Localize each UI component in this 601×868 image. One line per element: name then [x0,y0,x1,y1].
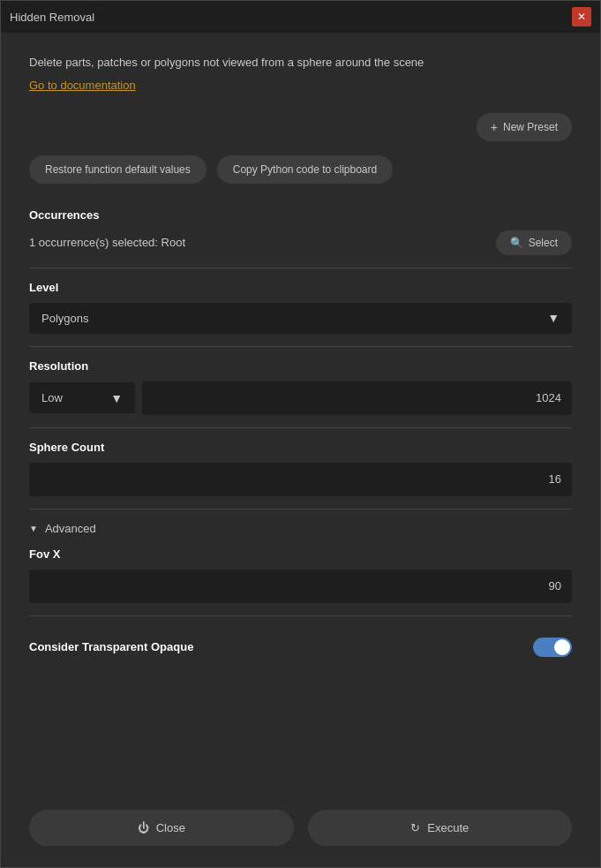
restore-defaults-button[interactable]: Restore function default values [29,155,207,184]
execute-button[interactable]: ↻ Execute [308,810,573,846]
resolution-section: Resolution Low Medium High Custom ▼ 1024 [29,359,572,415]
main-content: Delete parts, patches or polygons not vi… [1,33,600,796]
toggle-knob [554,639,570,655]
refresh-icon: ↻ [410,821,420,834]
power-icon: ⏻ [138,821,149,834]
level-section: Level Polygons Parts Patches ▼ [29,281,572,334]
resolution-value-display: 1024 [142,381,572,415]
divider-fov [29,615,572,616]
resolution-row: Low Medium High Custom ▼ 1024 [29,381,572,415]
execute-label: Execute [427,821,469,834]
description-text: Delete parts, patches or polygons not vi… [29,54,572,72]
sphere-count-slider[interactable]: 16 [29,463,572,496]
fov-x-value: 90 [549,579,561,593]
search-icon: 🔍 [510,237,523,249]
resolution-label: Resolution [29,359,572,373]
advanced-chevron-icon: ▼ [29,524,38,533]
footer: ⏻ Close ↻ Execute [1,796,600,867]
select-button[interactable]: 🔍 Select [496,230,572,255]
sphere-count-section: Sphere Count 16 [29,441,572,496]
close-icon: ✕ [577,11,586,23]
resolution-quality-wrapper: Low Medium High Custom ▼ [29,382,135,413]
window-title: Hidden Removal [10,11,94,24]
divider-level [29,346,572,347]
divider-sphere-count [29,509,572,509]
documentation-link[interactable]: Go to documentation [29,79,136,92]
fov-x-label: Fov X [29,547,572,561]
close-button[interactable]: ⏻ Close [29,810,294,846]
transparent-opaque-toggle[interactable] [533,638,572,657]
occurrences-value: 1 occurrence(s) selected: Root [29,236,185,249]
divider-occurrences [29,268,572,268]
transparent-opaque-row: Consider Transparent Opaque [29,629,572,666]
close-label: Close [156,821,185,834]
occurrences-label: Occurrences [29,208,572,222]
resolution-value: 1024 [536,391,561,404]
title-bar: Hidden Removal ✕ [1,1,600,33]
plus-icon: + [491,120,498,134]
select-label: Select [529,237,558,249]
sphere-count-value: 16 [549,472,561,486]
new-preset-button[interactable]: + New Preset [477,113,572,141]
fov-x-section: Fov X 90 [29,547,572,603]
level-dropdown-wrapper: Polygons Parts Patches ▼ [29,303,572,334]
sphere-count-label: Sphere Count [29,441,572,454]
fov-x-slider[interactable]: 90 [29,570,572,603]
advanced-toggle[interactable]: ▼ Advanced [29,522,572,535]
transparent-opaque-label: Consider Transparent Opaque [29,640,193,653]
window-close-button[interactable]: ✕ [572,7,591,26]
preset-row: + New Preset [29,113,572,141]
new-preset-label: New Preset [503,121,558,133]
level-label: Level [29,281,572,294]
main-window: Hidden Removal ✕ Delete parts, patches o… [0,0,601,868]
copy-python-button[interactable]: Copy Python code to clipboard [217,155,393,184]
level-dropdown[interactable]: Polygons Parts Patches [29,303,572,334]
occurrences-section: Occurrences 1 occurrence(s) selected: Ro… [29,208,572,255]
advanced-label: Advanced [45,522,96,535]
resolution-quality-dropdown[interactable]: Low Medium High Custom [29,382,135,413]
action-buttons-row: Restore function default values Copy Pyt… [29,155,572,184]
divider-resolution [29,427,572,428]
occurrences-row: 1 occurrence(s) selected: Root 🔍 Select [29,230,572,255]
